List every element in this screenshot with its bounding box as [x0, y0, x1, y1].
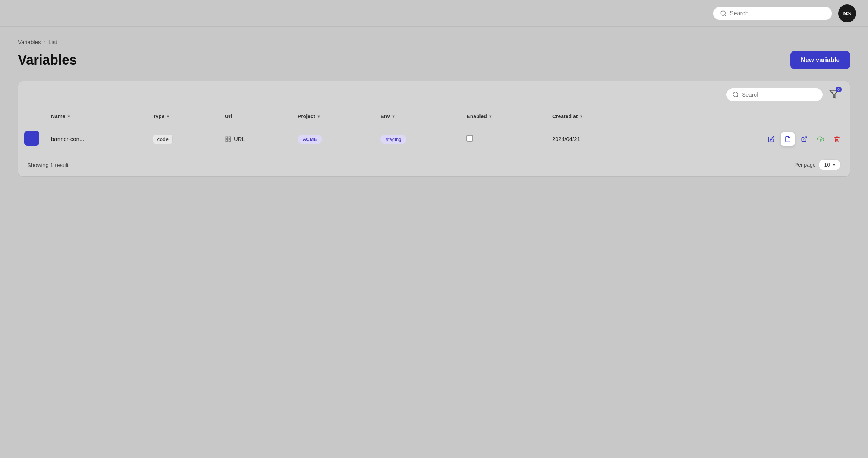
page-title: Variables	[18, 52, 77, 68]
svg-rect-7	[229, 139, 230, 141]
breadcrumb-separator: ›	[44, 39, 45, 45]
showing-results: Showing 1 result	[27, 162, 69, 168]
main-content: Variables › List Variables New variable …	[0, 27, 868, 189]
row-project: ACME	[292, 125, 375, 153]
th-created-at[interactable]: Created at ▼	[546, 108, 644, 125]
row-env: staging	[374, 125, 460, 153]
table-header: Name ▼ Type ▼ Url	[18, 108, 850, 125]
svg-line-1	[724, 15, 726, 16]
sort-arrow-name: ▼	[67, 114, 71, 119]
filter-badge: 0	[836, 87, 842, 92]
per-page-value: 10	[824, 162, 830, 168]
global-search-bar[interactable]	[713, 7, 832, 20]
th-type[interactable]: Type ▼	[147, 108, 219, 125]
table-row: banner-con... code URL ACME staging	[18, 125, 850, 153]
row-actions	[644, 125, 850, 153]
table-body: banner-con... code URL ACME staging	[18, 125, 850, 153]
url-icon	[225, 136, 232, 142]
sort-arrow-env: ▼	[391, 114, 396, 119]
th-project[interactable]: Project ▼	[292, 108, 375, 125]
th-env[interactable]: Env ▼	[374, 108, 460, 125]
svg-line-9	[804, 137, 807, 139]
delete-button[interactable]	[830, 132, 844, 146]
row-name: banner-con...	[45, 125, 147, 153]
svg-point-0	[721, 11, 725, 15]
th-actions	[644, 108, 850, 125]
table-footer: Showing 1 result Per page 10 ▾	[18, 153, 850, 176]
env-badge: staging	[380, 135, 406, 144]
per-page-control[interactable]: Per page 10 ▾	[795, 159, 841, 170]
breadcrumb-parent[interactable]: Variables	[18, 39, 41, 45]
sort-arrow-project: ▼	[317, 114, 321, 119]
avatar[interactable]: NS	[838, 4, 856, 22]
th-url: Url	[219, 108, 292, 125]
data-table: Name ▼ Type ▼ Url	[18, 108, 850, 153]
page-header: Variables New variable	[18, 51, 850, 69]
type-badge: code	[153, 135, 173, 144]
external-link-button[interactable]	[798, 132, 811, 146]
table-search-icon	[732, 91, 739, 98]
th-name[interactable]: Name ▼	[45, 108, 147, 125]
new-variable-button[interactable]: New variable	[790, 51, 850, 69]
svg-rect-5	[226, 137, 227, 138]
row-url: URL	[219, 125, 292, 153]
enabled-checkbox[interactable]	[466, 135, 473, 142]
breadcrumb: Variables › List	[18, 39, 850, 45]
th-enabled[interactable]: Enabled ▼	[460, 108, 546, 125]
svg-rect-6	[229, 137, 230, 138]
row-color-cell	[18, 125, 45, 153]
per-page-label: Per page	[795, 162, 816, 168]
edit-button[interactable]	[765, 132, 778, 146]
table-search-bar[interactable]	[726, 88, 823, 101]
svg-point-2	[733, 92, 738, 97]
sort-arrow-created-at: ▼	[579, 114, 583, 119]
global-search-input[interactable]	[730, 10, 825, 17]
filter-button[interactable]: 0	[827, 87, 841, 102]
th-color	[18, 108, 45, 125]
per-page-chevron: ▾	[833, 162, 835, 167]
sort-arrow-type: ▼	[166, 114, 170, 119]
document-button[interactable]	[781, 132, 795, 146]
top-nav: NS	[0, 0, 868, 27]
sort-arrow-enabled: ▼	[488, 114, 493, 119]
row-created-at: 2024/04/21	[546, 125, 644, 153]
project-badge: ACME	[298, 135, 322, 144]
row-enabled[interactable]	[460, 125, 546, 153]
svg-line-3	[737, 96, 738, 97]
table-search-input[interactable]	[742, 91, 817, 98]
row-type: code	[147, 125, 219, 153]
search-icon	[720, 10, 727, 17]
breadcrumb-current: List	[48, 39, 57, 45]
table-card: 0 Name ▼ Type ▼	[18, 81, 850, 177]
table-toolbar: 0	[18, 81, 850, 108]
per-page-select[interactable]: 10 ▾	[818, 159, 841, 170]
color-square	[24, 131, 39, 146]
url-text: URL	[234, 136, 245, 142]
svg-rect-8	[226, 139, 227, 141]
upload-button[interactable]	[814, 132, 827, 146]
